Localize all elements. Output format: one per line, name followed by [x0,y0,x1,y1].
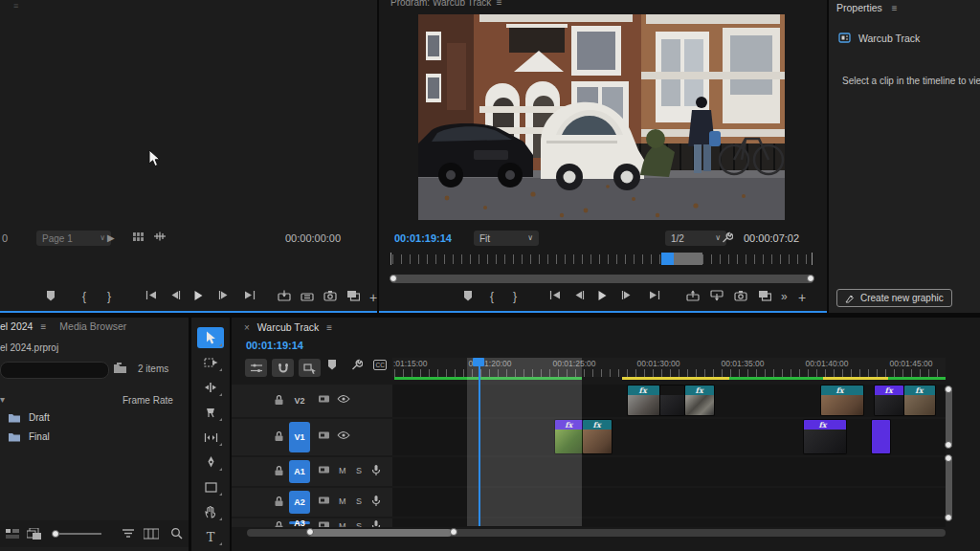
selection-tool[interactable] [197,327,224,348]
marker-button[interactable] [463,290,473,303]
compare-button[interactable] [758,290,771,303]
timeline-horizontal-scrollbar-thumb[interactable] [308,529,452,537]
lock-icon[interactable] [274,430,284,442]
track-target-a3[interactable]: A3 [289,521,310,524]
properties-item-label[interactable]: Warcub Track [858,33,920,44]
toggle-track-output-icon[interactable] [337,394,350,406]
captions-button[interactable]: CC [373,359,387,370]
step-back-button[interactable] [170,290,181,302]
lock-icon[interactable] [274,520,284,527]
program-mini-timeline[interactable] [390,251,813,266]
source-patch-icon[interactable] [318,430,330,442]
step-back-button[interactable] [574,290,585,302]
mute-button[interactable]: M [339,466,346,475]
page-select-dropdown[interactable]: Page 1 ∨ [36,231,111,246]
mark-out-button[interactable]: } [513,290,517,303]
search-icon[interactable] [170,527,183,540]
overwrite-button[interactable] [301,290,314,303]
thumbnail-zoom-handle[interactable] [52,530,59,538]
goto-in-button[interactable] [145,290,158,302]
playhead-handle[interactable] [473,358,484,366]
timeline-vertical-scrollbar-video[interactable] [946,386,952,448]
panel-menu-icon[interactable]: ≡ [326,322,332,333]
timeline-vertical-scrollbar-audio[interactable] [946,455,952,520]
tab-media-browser[interactable]: Media Browser [59,320,126,332]
icon-view-icon[interactable] [27,528,41,540]
ripple-edit-tool[interactable] [197,377,224,398]
playhead[interactable] [479,358,480,526]
lift-button[interactable] [686,290,700,303]
program-playhead[interactable] [661,253,674,265]
voiceover-record-icon[interactable] [371,464,381,478]
sort-icon[interactable] [122,528,134,539]
source-patch-icon[interactable] [318,394,330,406]
project-file-name[interactable]: el 2024.prproj [0,342,58,353]
grid-view-icon[interactable] [132,231,145,242]
mark-in-button[interactable]: { [82,290,86,303]
timeline-clip[interactable]: fx [875,386,903,415]
wrench-button[interactable] [350,359,363,373]
play-button[interactable] [193,290,203,303]
play-button[interactable] [597,290,607,303]
search-input[interactable] [0,362,109,379]
extract-button[interactable] [710,290,724,303]
track-target-a1[interactable]: A1 [289,460,310,483]
zoom-level-dropdown[interactable]: Fit ∨ [474,231,539,246]
goto-out-button[interactable] [243,290,256,302]
goto-out-button[interactable] [648,290,660,302]
track-target-a2[interactable]: A2 [289,491,310,514]
mark-out-button[interactable]: } [107,290,111,303]
list-view-icon[interactable] [6,528,19,540]
panel-menu-icon[interactable]: ≡ [40,321,46,332]
lock-icon[interactable] [274,394,284,406]
insert-button[interactable] [278,290,291,303]
hand-tool[interactable] [197,501,224,522]
more-button[interactable]: » [781,290,788,303]
panel-menu-icon[interactable]: ≡ [892,3,898,13]
settings-button[interactable] [245,359,267,377]
rectangle-tool[interactable] [197,476,224,497]
pen-tool[interactable] [197,452,224,473]
track-target-v2[interactable]: V2 [289,387,310,414]
timeline-clip[interactable] [872,420,890,453]
plus-button[interactable]: + [798,290,806,305]
program-zoom-scrollbar[interactable] [390,275,813,283]
track-select-tool[interactable] [197,352,224,373]
mark-in-button[interactable]: { [490,290,494,303]
compare-button[interactable] [346,290,360,303]
play-page-icon[interactable]: ▶ [107,232,115,243]
source-patch-icon[interactable] [318,465,330,476]
solo-button[interactable]: S [356,466,362,475]
export-frame-button[interactable] [323,290,337,303]
track-target-v1[interactable]: V1 [289,422,310,452]
panel-menu-icon[interactable]: ≡ [497,0,502,6]
export-frame-button[interactable] [734,290,747,303]
timeline-clip[interactable]: fx [583,420,612,453]
marker-button[interactable] [46,290,56,303]
close-icon[interactable]: × [244,322,250,333]
marker-button[interactable] [327,359,337,372]
source-patch-icon[interactable] [318,520,330,527]
program-tab-title[interactable]: Program: Warcub Track ≡ [390,0,502,6]
timeline-clip[interactable]: fx [804,420,846,453]
timeline-clip[interactable]: fx [628,386,659,415]
snap-button[interactable] [272,359,294,377]
linked-selection-button[interactable] [299,359,321,377]
toggle-track-output-icon[interactable] [337,430,350,442]
solo-button[interactable]: S [356,521,362,527]
timeline-tab-title[interactable]: Warcub Track [257,321,319,333]
mute-button[interactable]: M [339,496,346,506]
type-tool[interactable]: T [197,526,224,547]
timeline-horizontal-scrollbar[interactable] [247,529,946,537]
source-patch-icon[interactable] [318,496,330,507]
playback-resolution-dropdown[interactable]: 1/2 ∨ [665,231,726,246]
step-forward-button[interactable] [621,290,632,302]
tab-project[interactable]: el 2024 [0,320,33,332]
goto-in-button[interactable] [549,290,562,302]
new-bin-icon[interactable] [113,362,127,374]
bin-row[interactable]: Final [0,429,189,446]
thumbnail-zoom-track[interactable] [59,533,101,535]
lock-icon[interactable] [274,465,284,476]
mute-button[interactable]: M [339,521,346,527]
voiceover-record-icon[interactable] [371,519,381,527]
